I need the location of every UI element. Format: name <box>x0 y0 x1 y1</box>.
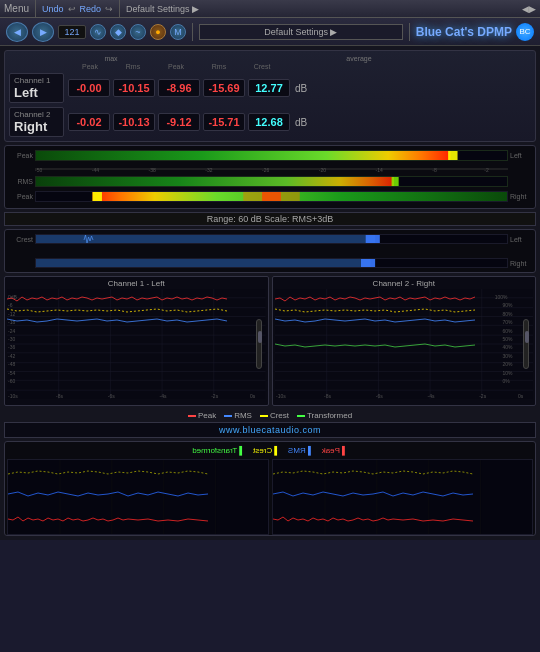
channel1-row: Channel 1 Left -0.00 -10.15 -8.96 -15.69… <box>9 73 531 103</box>
scroll-thumb-ch2 <box>525 331 529 343</box>
graph-ch2: Channel 2 - Right <box>272 276 537 406</box>
svg-text:-38: -38 <box>149 167 156 173</box>
channels-section: max average Peak Rms Peak Rms Crest Chan… <box>4 50 536 142</box>
svg-text:70%: 70% <box>502 319 513 325</box>
legend-peak-label: Peak <box>198 411 216 420</box>
svg-rect-15 <box>93 192 102 201</box>
bottom-legend: ▐ Peak ▐ RMS ▐ Crest ▐ Transformed <box>5 442 535 457</box>
ch1-peak-avg: -8.96 <box>158 79 200 97</box>
power-button[interactable]: ◀ <box>6 22 28 42</box>
record-button[interactable]: ● <box>150 24 166 40</box>
counter[interactable]: 121 <box>58 25 86 39</box>
undo-icon: ↩ <box>68 4 76 14</box>
menu-left: Menu Undo ↩ Redo ↪ Default Settings ▶ <box>4 0 522 18</box>
ch2-meters: -0.02 -10.13 -9.12 -15.71 12.68 dB <box>68 113 531 131</box>
peak-bar-left <box>35 150 508 161</box>
svg-text:-54: -54 <box>8 370 15 376</box>
svg-text:100%: 100% <box>494 294 507 300</box>
svg-text:-42: -42 <box>8 353 15 359</box>
peak-button[interactable]: ◆ <box>110 24 126 40</box>
svg-text:90%: 90% <box>502 302 513 308</box>
preset-selector[interactable]: Default Settings ▶ <box>126 4 199 14</box>
ch1-label: Left <box>14 85 59 100</box>
ch2-rms-max: -10.13 <box>113 113 155 131</box>
svg-rect-0 <box>36 151 450 160</box>
header-max: max <box>71 55 151 62</box>
redo-button[interactable]: Redo <box>80 4 102 14</box>
svg-rect-19 <box>366 235 380 243</box>
svg-text:-8s: -8s <box>56 393 63 399</box>
svg-text:80%: 80% <box>502 311 513 317</box>
svg-text:50%: 50% <box>502 336 513 342</box>
reset-button[interactable]: M <box>170 24 186 40</box>
sep1 <box>35 0 36 18</box>
ch1-label-box: Channel 1 Left <box>9 73 64 103</box>
graph-ch1-area: 0dB -6 -12 -18 -24 -30 -36 -42 -48 -54 -… <box>7 289 266 399</box>
svg-text:-10s: -10s <box>8 393 18 399</box>
preset-display[interactable]: Default Settings ▶ <box>199 24 403 40</box>
svg-text:-2s: -2s <box>211 393 218 399</box>
rms-button[interactable]: ~ <box>130 24 146 40</box>
graph-ch1: Channel 1 - Left <box>4 276 269 406</box>
ch2-label: Right <box>14 119 59 134</box>
legend-crest: Crest <box>260 411 289 420</box>
svg-text:-6s: -6s <box>108 393 115 399</box>
crest-right-label: Right <box>510 260 532 267</box>
svg-text:30%: 30% <box>502 353 513 359</box>
sep2 <box>119 0 120 18</box>
redo-icon: ↪ <box>105 4 113 14</box>
left-channel-label: Left <box>510 152 532 159</box>
svg-text:-26: -26 <box>262 167 269 173</box>
svg-rect-105 <box>273 460 533 534</box>
menu-right: ◀▶ <box>522 3 536 14</box>
menu-bar: Menu Undo ↩ Redo ↪ Default Settings ▶ ◀▶ <box>0 0 540 18</box>
bottom-graph-left <box>7 459 269 535</box>
channel2-row: Channel 2 Right -0.02 -10.13 -9.12 -15.7… <box>9 107 531 137</box>
legend-transformed-label: Transformed <box>307 411 352 420</box>
crest-section: Crest Left 0 5 10 <box>4 229 536 273</box>
play-button[interactable]: ▶ <box>32 22 54 42</box>
graph-ch1-scrollbar[interactable] <box>256 319 262 369</box>
right-channel-label: Right <box>510 193 532 200</box>
svg-text:-10s: -10s <box>276 393 286 399</box>
crest-bar-left <box>35 234 508 244</box>
crest-left-label: Left <box>510 236 532 243</box>
vu-section: Peak <box>4 145 536 209</box>
svg-rect-33 <box>361 259 375 267</box>
main-area: max average Peak Rms Peak Rms Crest Chan… <box>0 46 540 540</box>
svg-text:0s: 0s <box>517 393 523 399</box>
ch2-unit: dB <box>295 117 307 128</box>
plugin-logo: BC <box>516 23 534 41</box>
svg-text:-4s: -4s <box>160 393 167 399</box>
sep4 <box>409 23 410 41</box>
legend-peak-dot <box>188 415 196 417</box>
ch1-crest: 12.77 <box>248 79 290 97</box>
legend-transformed: Transformed <box>297 411 352 420</box>
ch2-rms-avg: -15.71 <box>203 113 245 131</box>
svg-text:-14: -14 <box>376 167 383 173</box>
svg-rect-17 <box>262 192 281 201</box>
legend-rms-label: RMS <box>234 411 252 420</box>
svg-text:-8s: -8s <box>324 393 331 399</box>
scroll-thumb-ch1 <box>258 331 262 343</box>
svg-text:-48: -48 <box>8 361 15 367</box>
ch2-peak-max: -0.02 <box>68 113 110 131</box>
ch1-unit: dB <box>295 83 307 94</box>
undo-button[interactable]: Undo <box>42 4 64 14</box>
graph-ch2-scrollbar[interactable] <box>523 319 529 369</box>
url-bar: www.bluecataudio.com <box>4 422 536 438</box>
svg-text:-20: -20 <box>319 167 326 173</box>
crest-bar-right <box>35 258 508 268</box>
bottom-peak-label: ▐ Peak <box>322 446 348 455</box>
nav-arrows: ◀▶ <box>522 4 536 14</box>
menu-button[interactable]: Menu <box>4 3 29 14</box>
svg-text:40%: 40% <box>502 344 513 350</box>
svg-text:0dB: 0dB <box>8 294 18 300</box>
svg-text:-36: -36 <box>8 344 15 350</box>
svg-text:-12: -12 <box>8 311 15 317</box>
svg-rect-13 <box>392 177 399 186</box>
ch1-meters: -0.00 -10.15 -8.96 -15.69 12.77 dB <box>68 79 531 97</box>
sep3 <box>192 23 193 41</box>
wave-button[interactable]: ∿ <box>90 24 106 40</box>
bottom-graphs <box>5 457 535 536</box>
